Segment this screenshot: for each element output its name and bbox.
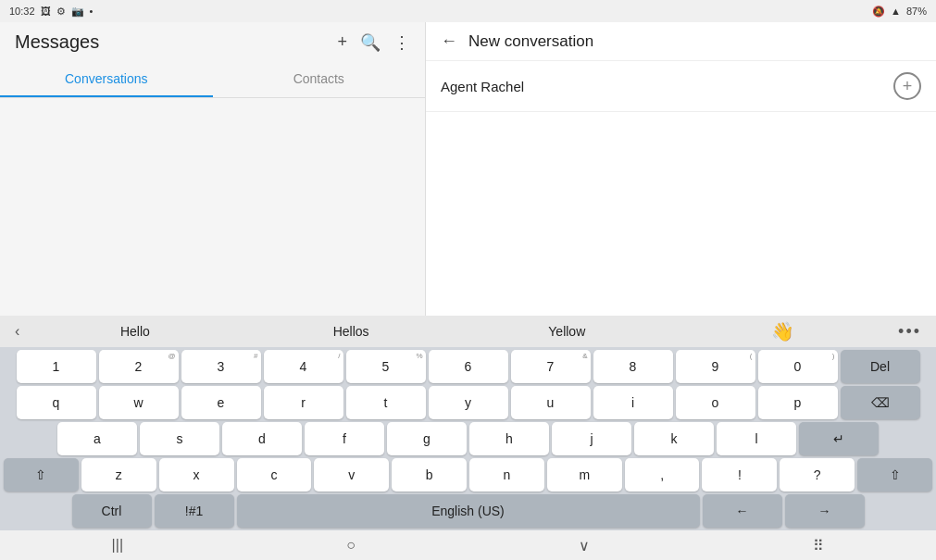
recents-button[interactable]: ||| bbox=[112, 537, 123, 554]
key-u[interactable]: u bbox=[511, 386, 591, 419]
search-icon[interactable]: 🔍 bbox=[360, 32, 381, 53]
mute-icon: 🔕 bbox=[872, 6, 885, 18]
key-6[interactable]: 6 bbox=[429, 350, 508, 383]
key-s[interactable]: s bbox=[140, 422, 219, 455]
key-9[interactable]: 9( bbox=[676, 350, 755, 383]
key-d[interactable]: d bbox=[222, 422, 302, 455]
settings-icon: ⚙ bbox=[56, 6, 66, 18]
key-r[interactable]: r bbox=[264, 386, 343, 419]
recipient-input[interactable] bbox=[441, 79, 893, 94]
key-z[interactable]: z bbox=[81, 458, 156, 492]
new-conv-title: New conversation bbox=[468, 32, 593, 51]
suggestion-hellos[interactable]: Hellos bbox=[243, 324, 459, 339]
key-e[interactable]: e bbox=[181, 386, 261, 419]
keyboard-area: ‹ Hello Hellos Yellow 👋 ••• 1 2@ 3# 4/ 5… bbox=[0, 316, 936, 560]
more-options-icon[interactable]: ⋮ bbox=[393, 32, 410, 53]
tab-contacts[interactable]: Contacts bbox=[213, 62, 426, 97]
key-y[interactable]: y bbox=[429, 386, 508, 419]
key-del[interactable]: Del bbox=[841, 350, 920, 383]
key-a[interactable]: a bbox=[57, 422, 137, 455]
key-f[interactable]: f bbox=[305, 422, 384, 455]
key-arrow-left[interactable]: ← bbox=[703, 494, 782, 528]
key-0[interactable]: 0) bbox=[758, 350, 838, 383]
key-x[interactable]: x bbox=[159, 458, 234, 492]
key-g[interactable]: g bbox=[387, 422, 467, 455]
key-o[interactable]: o bbox=[676, 386, 755, 419]
key-c[interactable]: c bbox=[237, 458, 312, 492]
key-enter[interactable]: ↵ bbox=[799, 422, 879, 455]
recipient-row: + bbox=[426, 61, 936, 112]
wifi-icon: ▲ bbox=[891, 6, 901, 17]
key-space[interactable]: English (US) bbox=[237, 494, 700, 528]
key-i[interactable]: i bbox=[593, 386, 673, 419]
keyboard-rows: 1 2@ 3# 4/ 5% 6 7& 8 9( 0) Del q w e r t… bbox=[0, 347, 936, 530]
key-k[interactable]: k bbox=[634, 422, 714, 455]
key-comma[interactable]: , bbox=[625, 458, 700, 492]
suggestion-yellow[interactable]: Yellow bbox=[459, 324, 675, 339]
key-j[interactable]: j bbox=[552, 422, 631, 455]
tabs-bar: Conversations Contacts bbox=[0, 62, 425, 98]
qwerty-row: q w e r t y u i o p ⌫ bbox=[4, 386, 932, 419]
bottom-key-row: Ctrl !#1 English (US) ← → bbox=[4, 494, 932, 528]
new-conv-header: ← New conversation bbox=[426, 22, 936, 61]
key-3[interactable]: 3# bbox=[181, 350, 261, 383]
key-exclaim[interactable]: ! bbox=[702, 458, 777, 492]
time: 10:32 bbox=[9, 6, 35, 17]
suggestion-back-icon[interactable]: ‹ bbox=[7, 323, 27, 340]
add-recipient-button[interactable]: + bbox=[893, 72, 921, 100]
status-bar: 10:32 🖼 ⚙ 📷 • 🔕 ▲ 87% bbox=[0, 0, 936, 22]
add-conversation-icon[interactable]: + bbox=[337, 32, 347, 52]
key-question[interactable]: ? bbox=[780, 458, 855, 492]
asdf-row: a s d f g h j k l ↵ bbox=[4, 422, 932, 455]
key-m[interactable]: m bbox=[547, 458, 622, 492]
key-4[interactable]: 4/ bbox=[264, 350, 343, 383]
photo-icon: 🖼 bbox=[41, 6, 51, 17]
key-w[interactable]: w bbox=[99, 386, 179, 419]
key-ctrl[interactable]: Ctrl bbox=[72, 494, 152, 528]
key-h[interactable]: h bbox=[469, 422, 549, 455]
tab-conversations[interactable]: Conversations bbox=[0, 62, 213, 97]
key-shift-right[interactable]: ⇧ bbox=[857, 458, 932, 492]
key-arrow-right[interactable]: → bbox=[785, 494, 865, 528]
back-button[interactable]: ← bbox=[441, 31, 457, 51]
key-5[interactable]: 5% bbox=[346, 350, 426, 383]
status-left: 10:32 🖼 ⚙ 📷 • bbox=[9, 6, 93, 18]
key-p[interactable]: p bbox=[758, 386, 838, 419]
key-2[interactable]: 2@ bbox=[99, 350, 179, 383]
camera-icon: 📷 bbox=[71, 6, 84, 18]
zxcv-row: ⇧ z x c v b n m , ! ? ⇧ bbox=[4, 458, 932, 492]
bottom-nav: ||| ○ ∨ ⠿ bbox=[0, 530, 936, 560]
key-1[interactable]: 1 bbox=[17, 350, 96, 383]
key-7[interactable]: 7& bbox=[511, 350, 591, 383]
back-nav-button[interactable]: ∨ bbox=[579, 537, 590, 554]
battery: 87% bbox=[906, 6, 927, 17]
more-suggestions-icon[interactable]: ••• bbox=[891, 322, 929, 342]
key-t[interactable]: t bbox=[346, 386, 426, 419]
key-symbols[interactable]: !#1 bbox=[155, 494, 234, 528]
keyboard-switcher-button[interactable]: ⠿ bbox=[813, 537, 824, 554]
key-b[interactable]: b bbox=[392, 458, 467, 492]
status-right: 🔕 ▲ 87% bbox=[872, 6, 927, 18]
suggestion-emoji[interactable]: 👋 bbox=[675, 320, 891, 342]
key-v[interactable]: v bbox=[314, 458, 389, 492]
dot-icon: • bbox=[90, 6, 94, 17]
key-backspace[interactable]: ⌫ bbox=[841, 386, 920, 419]
home-button[interactable]: ○ bbox=[346, 537, 356, 554]
key-q[interactable]: q bbox=[17, 386, 96, 419]
suggestion-hello[interactable]: Hello bbox=[27, 324, 243, 339]
messages-header: Messages + 🔍 ⋮ bbox=[0, 22, 425, 62]
number-row: 1 2@ 3# 4/ 5% 6 7& 8 9( 0) Del bbox=[4, 350, 932, 383]
messages-title: Messages bbox=[15, 31, 99, 53]
key-shift-left[interactable]: ⇧ bbox=[4, 458, 79, 492]
header-icons: + 🔍 ⋮ bbox=[337, 32, 410, 53]
key-n[interactable]: n bbox=[469, 458, 544, 492]
key-l[interactable]: l bbox=[717, 422, 796, 455]
suggestions-row: ‹ Hello Hellos Yellow 👋 ••• bbox=[0, 316, 936, 347]
key-8[interactable]: 8 bbox=[593, 350, 673, 383]
